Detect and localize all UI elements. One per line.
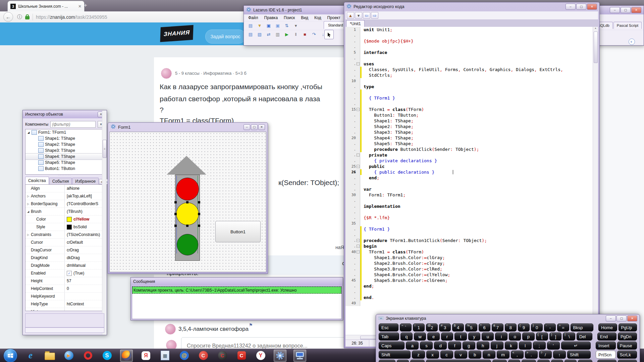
messages-title-bar[interactable]: Сообщения: [131, 278, 343, 286]
inspector-tab-1[interactable]: События: [49, 178, 72, 184]
prop-value[interactable]: [akTop,akLeft]: [65, 194, 104, 198]
inspector-title-bar[interactable]: Инспектор объектов ✕: [23, 110, 107, 118]
form1-maximize-button[interactable]: ▢: [251, 124, 258, 130]
code-line-39[interactable]: .−begin: [345, 243, 593, 249]
code-line-1[interactable]: 1unit Unit1;: [345, 27, 593, 33]
prop-row-anchors[interactable]: ▷Anchors[akTop,akLeft]: [25, 192, 104, 200]
key[interactable]: m: [497, 351, 509, 359]
key[interactable]: ↵: [561, 342, 591, 350]
prop-expander-icon[interactable]: ◢: [25, 210, 31, 213]
info-icon[interactable]: ⓘ: [17, 14, 22, 20]
key[interactable]: @2: [426, 323, 438, 331]
selection-handle[interactable]: [198, 225, 200, 227]
code-line-31[interactable]: .: [345, 198, 593, 203]
ide-menu-1[interactable]: Правка: [261, 15, 281, 21]
prop-row-style[interactable]: StylebsSolid: [25, 223, 104, 231]
code-line-17[interactable]: . Shape1: TShape;: [345, 118, 593, 124]
key[interactable]: Ctrl: [379, 360, 395, 362]
inspector-tab-2[interactable]: Избранное: [72, 178, 99, 184]
key[interactable]: <,: [511, 351, 524, 359]
key[interactable]: (9: [518, 323, 530, 331]
skype-taskbar-icon[interactable]: S: [101, 350, 113, 361]
key[interactable]: r: [441, 333, 453, 341]
jump-menu-button[interactable]: ▾: [355, 12, 362, 19]
key[interactable]: Ctrl: [522, 360, 536, 362]
ccleaner-taskbar-icon[interactable]: C: [197, 350, 209, 361]
key[interactable]: o: [509, 333, 521, 341]
key[interactable]: "': [547, 342, 560, 350]
key[interactable]: w: [414, 333, 426, 341]
unit1-tab[interactable]: *Unit1: [346, 20, 365, 27]
code-line-21[interactable]: . Shape5: TShape;: [345, 141, 593, 146]
code-line-33[interactable]: .: [345, 209, 593, 215]
key[interactable]: !1: [413, 323, 425, 331]
code-line-9[interactable]: . StdCtrls;: [345, 72, 593, 78]
prop-row-borderspacing[interactable]: ▷BorderSpacing(TControlBorderS: [25, 200, 104, 208]
tree-item-6[interactable]: Button1: TButton: [25, 166, 104, 172]
yellow-lamp-shape[interactable]: [176, 202, 199, 225]
key[interactable]: PgDn: [618, 333, 637, 341]
key[interactable]: {[: [536, 333, 548, 341]
back-button[interactable]: ⇦: [363, 12, 370, 19]
key[interactable]: y: [468, 333, 480, 341]
prop-value[interactable]: dmManual: [65, 263, 104, 268]
code-line-4[interactable]: .: [345, 44, 593, 50]
key[interactable]: Pause: [617, 342, 637, 350]
form1-close-button[interactable]: ✕: [258, 124, 265, 130]
prop-value[interactable]: crDefault: [65, 240, 104, 245]
key[interactable]: b: [469, 351, 481, 359]
firefox-taskbar-icon[interactable]: [120, 350, 133, 362]
keyboard-close-button[interactable]: ✕: [627, 315, 637, 321]
key[interactable]: ≡: [508, 360, 520, 362]
code-line-45[interactable]: 45 Shape5.Brush.Color:=clGreen;: [345, 278, 593, 283]
key[interactable]: $4: [452, 323, 464, 331]
new-tab-button[interactable]: +: [84, 2, 87, 9]
key[interactable]: :;: [533, 342, 546, 350]
fold-icon[interactable]: −: [357, 245, 360, 248]
run-button[interactable]: ▶: [283, 31, 291, 38]
tree-item-2[interactable]: Shape2: TShape: [25, 141, 104, 147]
key[interactable]: f: [448, 342, 461, 350]
selection-handle[interactable]: [198, 201, 200, 203]
media-player-taskbar-icon[interactable]: ▶: [63, 350, 75, 361]
key[interactable]: Options: [597, 360, 616, 362]
on-screen-keyboard-taskbar-icon[interactable]: [293, 350, 306, 362]
key[interactable]: q: [400, 333, 413, 341]
prop-row-enabled[interactable]: Enabled✓(True): [25, 269, 104, 277]
key[interactable]: *8: [505, 323, 517, 331]
code-line-41[interactable]: . Shape1.Brush.Color:=clGray;: [345, 255, 593, 260]
key[interactable]: PgUp: [619, 323, 637, 331]
code-line-23[interactable]: .− private: [345, 152, 593, 158]
key[interactable]: s: [420, 342, 433, 350]
code-line-20[interactable]: 20 Shape4: TShape;: [345, 135, 593, 141]
key[interactable]: k: [505, 342, 518, 350]
form1-title-bar[interactable]: Form1 – ▢ ✕: [108, 123, 268, 131]
step-over-button[interactable]: ↷: [310, 31, 318, 38]
code-line-10[interactable]: 10: [345, 78, 593, 84]
prop-value[interactable]: 57: [65, 279, 104, 283]
start-button-taskbar-icon[interactable]: [3, 349, 17, 362]
key[interactable]: g: [463, 342, 475, 350]
keyboard-maximize-button[interactable]: ▢: [616, 315, 627, 321]
ide-maximize-button[interactable]: ▢: [621, 7, 631, 13]
yandex-taskbar-icon[interactable]: Y: [255, 350, 267, 361]
form1-minimize-button[interactable]: –: [244, 124, 250, 130]
code-line-18[interactable]: . Shape2: TShape;: [345, 124, 593, 129]
key[interactable]: #3: [439, 323, 451, 331]
save-button[interactable]: ▣: [265, 22, 273, 29]
key[interactable]: Alt: [492, 360, 507, 362]
key[interactable]: &7: [492, 323, 503, 331]
code-line-35[interactable]: 35: [345, 221, 593, 226]
view-windows-button[interactable]: ▥: [274, 31, 282, 38]
selection-handle[interactable]: [198, 213, 200, 215]
selection-handle[interactable]: [174, 225, 177, 227]
url-text[interactable]: https://znanija.com/task/23450955: [36, 14, 107, 20]
code-line-29[interactable]: .var: [345, 186, 593, 192]
code-line-49[interactable]: 49: [345, 300, 593, 306]
key[interactable]: x: [426, 351, 439, 359]
open-button[interactable]: ▼: [256, 22, 264, 29]
browser-tab[interactable]: 3 Школьные Знания.com - ... ✕: [7, 1, 85, 12]
pause-button[interactable]: ‖: [292, 31, 300, 38]
code-line-25[interactable]: 25− public: [345, 164, 593, 169]
tree-item-4[interactable]: Shape4: TShape: [25, 154, 104, 160]
